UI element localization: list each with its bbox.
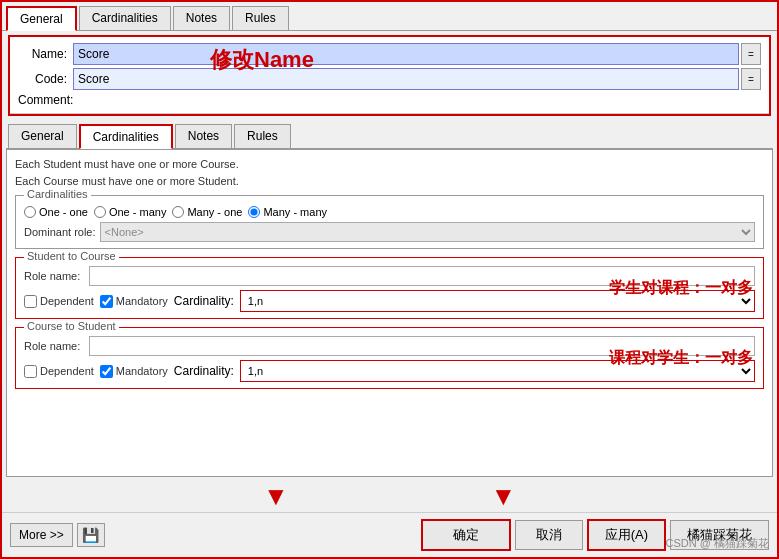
ok-arrow: ▼	[263, 481, 289, 512]
desc-line2: Each Course must have one or more Studen…	[15, 173, 764, 190]
course-options-row: Dependent Mandatory Cardinality: 1,n	[24, 360, 755, 382]
radio-one-many[interactable]: One - many	[94, 206, 166, 218]
name-input[interactable]	[73, 43, 739, 65]
name-code-section: Name: = Code: = Comment: 修改Name	[8, 35, 771, 116]
radio-many-many-label: Many - many	[263, 206, 327, 218]
student-dependent-label: Dependent	[40, 295, 94, 307]
cardinalities-row: One - one One - many Many - one Many - m…	[24, 206, 755, 218]
radio-one-one-label: One - one	[39, 206, 88, 218]
inner-tabs: General Cardinalities Notes Rules	[6, 120, 773, 149]
radio-many-one[interactable]: Many - one	[172, 206, 242, 218]
cancel-button[interactable]: 取消	[515, 520, 583, 550]
apply-button[interactable]: 应用(A)	[587, 519, 666, 551]
inner-panel: General Cardinalities Notes Rules Each S…	[2, 120, 777, 481]
course-role-name-row: Role name:	[24, 336, 755, 356]
radio-one-many-input[interactable]	[94, 206, 106, 218]
dominant-row: Dominant role: <None>	[24, 222, 755, 242]
tab-rules-outer[interactable]: Rules	[232, 6, 289, 30]
student-role-name-row: Role name:	[24, 266, 755, 286]
apply-arrow: ▼	[490, 481, 516, 512]
name-label: Name:	[18, 47, 73, 61]
tab-rules-inner[interactable]: Rules	[234, 124, 291, 148]
course-mandatory-checkbox[interactable]	[100, 365, 113, 378]
cardinalities-section: Cardinalities One - one One - many Many …	[15, 195, 764, 249]
radio-one-one[interactable]: One - one	[24, 206, 88, 218]
floppy-icon: 💾	[82, 527, 99, 543]
arrows-row: ▼ ▼	[2, 481, 777, 512]
course-role-name-input[interactable]	[89, 336, 755, 356]
tab-notes-inner[interactable]: Notes	[175, 124, 232, 148]
radio-many-many-input[interactable]	[248, 206, 260, 218]
course-cardinality-select[interactable]: 1,n	[240, 360, 755, 382]
desc-line1: Each Student must have one or more Cours…	[15, 156, 764, 173]
student-dependent-check[interactable]: Dependent	[24, 295, 94, 308]
ok-button[interactable]: 确定	[421, 519, 511, 551]
course-mandatory-check[interactable]: Mandatory	[100, 365, 168, 378]
course-dependent-label: Dependent	[40, 365, 94, 377]
cardinalities-title: Cardinalities	[24, 188, 91, 200]
code-row: Code: =	[18, 68, 761, 90]
student-role-name-label: Role name:	[24, 270, 89, 282]
course-to-student-title: Course to Student	[24, 320, 119, 332]
save-icon-button[interactable]: 💾	[77, 523, 105, 547]
student-cardinality-select[interactable]: 1,n	[240, 290, 755, 312]
radio-many-one-label: Many - one	[187, 206, 242, 218]
course-to-student-section: Course to Student Role name: Dependent M…	[15, 327, 764, 389]
tab-general[interactable]: General	[6, 6, 77, 31]
radio-many-one-input[interactable]	[172, 206, 184, 218]
student-mandatory-checkbox[interactable]	[100, 295, 113, 308]
watermark: CSDN @ 橘猫踩菊花	[666, 536, 769, 551]
more-button[interactable]: More >>	[10, 523, 73, 547]
student-mandatory-check[interactable]: Mandatory	[100, 295, 168, 308]
student-dependent-checkbox[interactable]	[24, 295, 37, 308]
tab-cardinalities-outer[interactable]: Cardinalities	[79, 6, 171, 30]
inner-content: Each Student must have one or more Cours…	[6, 149, 773, 477]
student-options-row: Dependent Mandatory Cardinality: 1,n	[24, 290, 755, 312]
course-cardinality-label: Cardinality:	[174, 364, 234, 378]
course-dependent-check[interactable]: Dependent	[24, 365, 94, 378]
tab-notes-outer[interactable]: Notes	[173, 6, 230, 30]
radio-one-many-label: One - many	[109, 206, 166, 218]
code-input[interactable]	[73, 68, 739, 90]
student-to-course-title: Student to Course	[24, 250, 119, 262]
outer-tabs: General Cardinalities Notes Rules	[2, 2, 777, 31]
description-text: Each Student must have one or more Cours…	[15, 156, 764, 189]
tab-cardinalities-inner[interactable]: Cardinalities	[79, 124, 173, 149]
comment-row: Comment:	[18, 93, 761, 107]
tab-general-inner[interactable]: General	[8, 124, 77, 148]
code-label: Code:	[18, 72, 73, 86]
student-to-course-section: Student to Course Role name: Dependent M…	[15, 257, 764, 319]
radio-one-one-input[interactable]	[24, 206, 36, 218]
course-dependent-checkbox[interactable]	[24, 365, 37, 378]
name-btn[interactable]: =	[741, 43, 761, 65]
radio-many-many[interactable]: Many - many	[248, 206, 327, 218]
student-cardinality-label: Cardinality:	[174, 294, 234, 308]
code-btn[interactable]: =	[741, 68, 761, 90]
student-mandatory-label: Mandatory	[116, 295, 168, 307]
dominant-label: Dominant role:	[24, 226, 96, 238]
comment-label: Comment:	[18, 93, 73, 107]
student-role-name-input[interactable]	[89, 266, 755, 286]
course-mandatory-label: Mandatory	[116, 365, 168, 377]
name-row: Name: =	[18, 43, 761, 65]
dominant-select[interactable]: <None>	[100, 222, 755, 242]
course-role-name-label: Role name:	[24, 340, 89, 352]
bottom-bar: More >> 💾 确定 取消 应用(A) 橘猫踩菊花	[2, 512, 777, 557]
main-window: General Cardinalities Notes Rules Name: …	[0, 0, 779, 559]
